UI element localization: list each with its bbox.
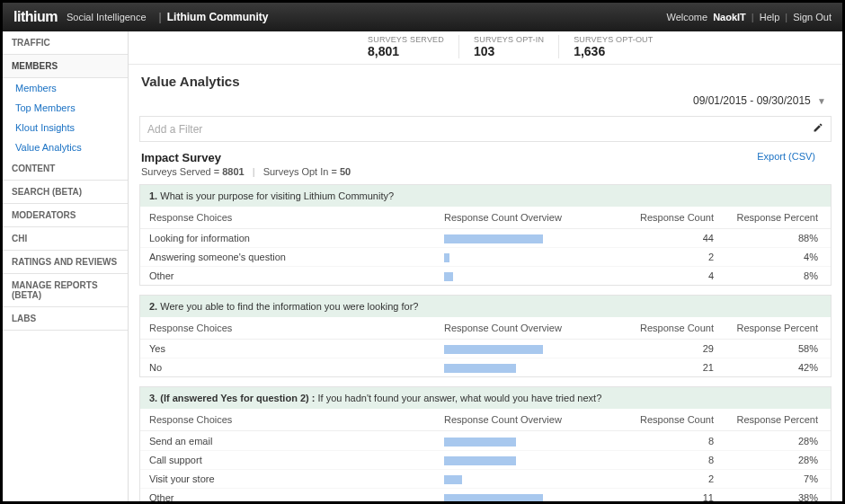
sidebar-section-content[interactable]: CONTENT	[3, 157, 128, 181]
col-percent: Response Percent	[723, 317, 831, 340]
survey-meta: Surveys Served = 8801 | Surveys Opt In =…	[141, 166, 830, 177]
metric-label: SURVEYS OPT-OUT	[574, 35, 653, 44]
survey-title: Impact Survey	[141, 151, 830, 164]
bar-icon	[444, 438, 516, 447]
community-name: Lithium Community	[167, 11, 269, 23]
percent-value: 7%	[723, 469, 831, 488]
overview-bar-cell	[435, 450, 624, 469]
count-value: 21	[624, 358, 723, 377]
table-row: Send an email828%	[140, 431, 831, 450]
bar-icon	[444, 494, 543, 501]
sidebar-item-klout-insights[interactable]: Klout Insights	[3, 118, 128, 137]
response-table: Response ChoicesResponse Count OverviewR…	[140, 207, 831, 285]
percent-value: 8%	[723, 267, 831, 286]
choice-label: No	[140, 358, 435, 377]
bar-icon	[444, 364, 516, 373]
date-range-picker[interactable]: 09/01/2015 - 09/30/2015 ▼	[129, 94, 842, 112]
overview-bar-cell	[435, 431, 624, 450]
col-overview: Response Count Overview	[435, 409, 624, 431]
sidebar-section-traffic[interactable]: TRAFFIC	[3, 31, 128, 55]
brand-subtitle: Social Intelligence	[67, 12, 147, 22]
page-title: Value Analytics	[129, 65, 842, 94]
bar-icon	[444, 456, 516, 465]
topbar: lithium Social Intelligence | Lithium Co…	[3, 3, 842, 31]
metric-label: SURVEYS OPT-IN	[474, 35, 544, 44]
edit-icon[interactable]	[813, 122, 823, 136]
bar-icon	[444, 234, 543, 243]
percent-value: 38%	[723, 488, 831, 501]
table-row: Call support828%	[140, 450, 831, 469]
choice-label: Call support	[140, 450, 435, 469]
col-overview: Response Count Overview	[435, 317, 624, 340]
col-choices: Response Choices	[140, 317, 435, 340]
col-choices: Response Choices	[140, 207, 435, 229]
bar-icon	[444, 253, 449, 262]
sidebar-item-members[interactable]: Members	[3, 78, 128, 98]
question-header: 3. (If answered Yes for question 2) : If…	[140, 387, 831, 409]
sidebar-section-chi[interactable]: CHI	[3, 227, 128, 251]
survey-header: Export (CSV) Impact Survey Surveys Serve…	[129, 149, 842, 179]
metric-surveys-optout: SURVEYS OPT-OUT 1,636	[558, 35, 667, 58]
choice-label: Send an email	[140, 431, 435, 450]
count-value: 2	[624, 248, 723, 267]
sidebar-section-moderators[interactable]: MODERATORS	[3, 204, 128, 227]
brand-logo: lithium	[13, 9, 58, 25]
choice-label: Answering someone's question	[140, 248, 435, 267]
chevron-down-icon: ▼	[817, 96, 826, 106]
help-link[interactable]: Help	[760, 12, 780, 22]
col-overview: Response Count Overview	[435, 207, 624, 229]
choice-label: Looking for information	[140, 229, 435, 248]
metric-label: SURVEYS SERVED	[368, 35, 444, 44]
sidebar-section-labs[interactable]: LABS	[3, 307, 128, 331]
table-row: Other1138%	[140, 488, 831, 501]
choice-label: Other	[140, 267, 435, 286]
percent-value: 88%	[723, 229, 831, 248]
sidebar-section-ratings-and-reviews[interactable]: RATINGS AND REVIEWS	[3, 251, 128, 274]
content-area: SURVEYS SERVED 8,801 SURVEYS OPT-IN 103 …	[129, 31, 842, 501]
metric-value: 103	[474, 44, 544, 58]
filter-placeholder: Add a Filter	[147, 123, 202, 136]
bar-icon	[444, 272, 453, 281]
response-table: Response ChoicesResponse Count OverviewR…	[140, 317, 831, 376]
table-row: Other48%	[140, 267, 831, 286]
sidebar-item-top-members[interactable]: Top Members	[3, 98, 128, 118]
question-header: 1. What is your purpose for visiting Lit…	[140, 185, 831, 207]
col-choices: Response Choices	[140, 409, 435, 431]
col-percent: Response Percent	[723, 409, 831, 431]
percent-value: 28%	[723, 450, 831, 469]
brand-separator: |	[159, 11, 162, 23]
choice-label: Other	[140, 488, 435, 501]
table-row: Answering someone's question24%	[140, 248, 831, 267]
choice-label: Visit your store	[140, 469, 435, 488]
sidebar-section-manage-reports-beta-[interactable]: MANAGE REPORTS (BETA)	[3, 274, 128, 307]
col-count: Response Count	[624, 317, 723, 340]
count-value: 2	[624, 469, 723, 488]
count-value: 44	[624, 229, 723, 248]
percent-value: 58%	[723, 340, 831, 358]
overview-bar-cell	[435, 488, 624, 501]
percent-value: 42%	[723, 358, 831, 377]
question-block: 2. Were you able to find the information…	[139, 295, 832, 377]
export-csv-link[interactable]: Export (CSV)	[757, 151, 830, 162]
table-row: Visit your store27%	[140, 469, 831, 488]
count-value: 29	[624, 340, 723, 358]
metric-surveys-optin: SURVEYS OPT-IN 103	[458, 35, 558, 58]
filter-bar[interactable]: Add a Filter	[139, 116, 832, 142]
username: NaokIT	[713, 12, 746, 22]
table-row: Yes2958%	[140, 340, 831, 358]
sidebar-section-members[interactable]: MEMBERS	[3, 55, 128, 78]
overview-bar-cell	[435, 358, 624, 377]
count-value: 11	[624, 488, 723, 501]
metric-value: 1,636	[574, 44, 653, 58]
sidebar-item-value-analytics[interactable]: Value Analytics	[3, 137, 128, 157]
count-value: 4	[624, 267, 723, 286]
col-percent: Response Percent	[723, 207, 831, 229]
sidebar-section-search-beta-[interactable]: SEARCH (BETA)	[3, 181, 128, 204]
signout-link[interactable]: Sign Out	[793, 12, 832, 22]
date-range-value: 09/01/2015 - 09/30/2015	[693, 94, 811, 107]
count-value: 8	[624, 450, 723, 469]
col-count: Response Count	[624, 207, 723, 229]
overview-bar-cell	[435, 267, 624, 286]
question-header: 2. Were you able to find the information…	[140, 296, 831, 317]
response-table: Response ChoicesResponse Count OverviewR…	[140, 409, 831, 501]
